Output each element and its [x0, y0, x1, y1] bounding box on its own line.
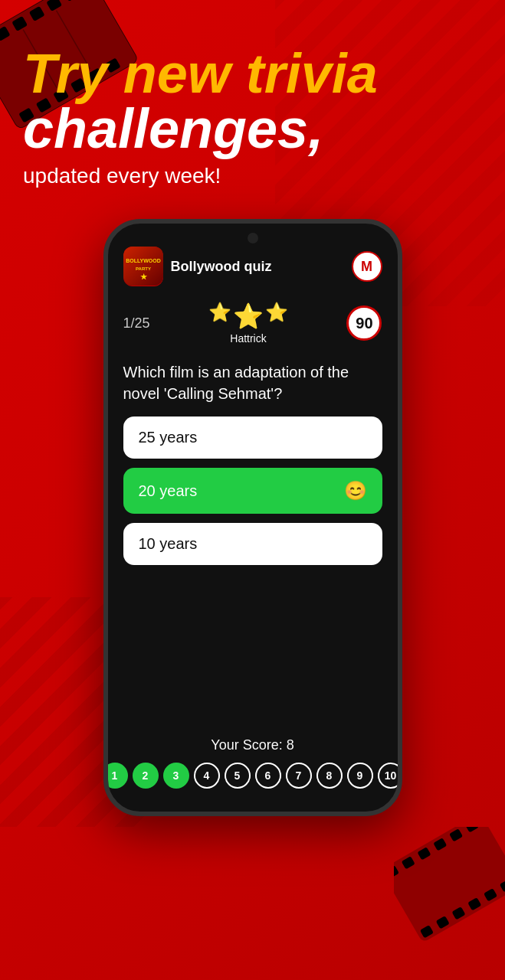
score-dot-5: 5 [225, 763, 251, 789]
quiz-app-icon: BOLLYWOOD PARTY ★ [123, 247, 163, 286]
answer-emoji-2: 😊 [344, 480, 367, 501]
answer-option-2[interactable]: 20 years 😊 [123, 468, 382, 514]
svg-rect-16 [394, 827, 505, 942]
answer-text-2: 20 years [139, 482, 198, 500]
timer-circle: 90 [346, 305, 382, 341]
phone-content: BOLLYWOOD PARTY ★ Bollywood quiz M [108, 224, 398, 812]
answer-option-1[interactable]: 25 years [123, 416, 382, 459]
bottom-score-section: Your Score: 8 1 2 3 4 5 6 7 8 9 10 [123, 737, 382, 796]
svg-text:★: ★ [139, 273, 147, 281]
quiz-title: Bollywood quiz [171, 259, 272, 275]
film-strip-bottomright [394, 827, 505, 942]
score-dot-7: 7 [286, 763, 312, 789]
score-dot-3: 3 [163, 763, 189, 789]
answer-text-1: 25 years [139, 429, 198, 446]
score-dot-9: 9 [347, 763, 373, 789]
phone-notch [248, 233, 258, 243]
score-dots-row: 1 2 3 4 5 6 7 8 9 10 [103, 763, 402, 789]
headline-subtitle: updated every week! [23, 164, 482, 188]
headline-section: Try new trivia challenges, updated every… [0, 0, 505, 196]
score-dot-10: 10 [378, 763, 402, 789]
score-stars-row: 1/25 ⭐ ⭐ ⭐ Hattrick 90 [123, 302, 382, 345]
phone-mockup: BOLLYWOOD PARTY ★ Bollywood quiz M [103, 219, 402, 816]
answer-text-3: 10 years [139, 535, 198, 553]
your-score-label: Your Score: 8 [211, 737, 293, 753]
hattrick-section: ⭐ ⭐ ⭐ Hattrick [208, 302, 288, 345]
svg-text:BOLLYWOOD: BOLLYWOOD [126, 258, 161, 263]
score-dot-4: 4 [194, 763, 220, 789]
headline-line2: challenges, [23, 101, 482, 156]
user-avatar: M [352, 251, 382, 282]
question-text: Which film is an adaptation of the novel… [123, 361, 382, 404]
quiz-header: BOLLYWOOD PARTY ★ Bollywood quiz M [123, 247, 382, 286]
score-dot-1: 1 [103, 763, 128, 789]
score-dot-6: 6 [255, 763, 281, 789]
phone-wrapper: BOLLYWOOD PARTY ★ Bollywood quiz M [0, 219, 505, 816]
score-dot-2: 2 [133, 763, 159, 789]
star-1: ⭐ [208, 302, 231, 331]
hattrick-label: Hattrick [230, 332, 266, 345]
star-3: ⭐ [265, 302, 288, 331]
stars-row: ⭐ ⭐ ⭐ [208, 302, 288, 331]
quiz-header-left: BOLLYWOOD PARTY ★ Bollywood quiz [123, 247, 272, 286]
svg-text:PARTY: PARTY [136, 266, 151, 271]
question-count: 1/25 [123, 315, 150, 332]
answer-option-3[interactable]: 10 years [123, 523, 382, 565]
score-dot-8: 8 [316, 763, 343, 789]
page-content: Try new trivia challenges, updated every… [0, 0, 505, 816]
star-2: ⭐ [233, 302, 264, 331]
headline-line1: Try new trivia [23, 46, 482, 101]
